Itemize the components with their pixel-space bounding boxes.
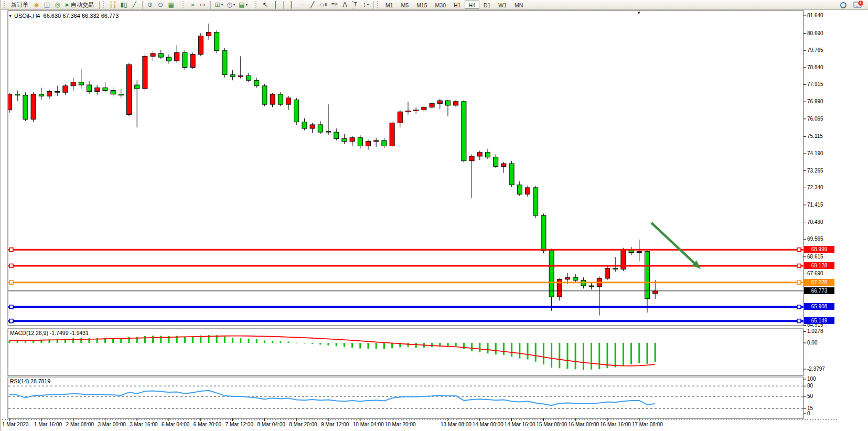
- macd-axis-label[interactable]: 1.0278: [807, 328, 823, 334]
- time-axis-label[interactable]: 17 Mar 08:00: [632, 422, 663, 427]
- price-axis-label[interactable]: 74.190: [807, 150, 823, 156]
- timeframe-button-m30[interactable]: M30: [432, 1, 449, 9]
- time-axis-label[interactable]: 2 Mar 08:00: [66, 422, 94, 427]
- text-label-icon[interactable]: T: [350, 1, 360, 9]
- channel-icon[interactable]: ▱E: [318, 1, 329, 9]
- hline-handle[interactable]: [797, 248, 801, 252]
- timeframe-button-m15[interactable]: M15: [413, 1, 431, 9]
- price-axis-label[interactable]: 71.415: [807, 202, 823, 208]
- chat-notification-icon[interactable]: 1: [853, 2, 862, 8]
- time-axis-label[interactable]: 6 Mar 04:00: [162, 422, 189, 427]
- price-axis-label[interactable]: 77.915: [807, 81, 823, 87]
- hline-handle[interactable]: [9, 281, 13, 284]
- zoom-out-icon[interactable]: ⊖: [156, 1, 166, 9]
- price-axis-label[interactable]: 68.615: [807, 254, 823, 260]
- auto-scroll-icon[interactable]: ↠: [187, 1, 197, 9]
- price-axis-label[interactable]: 75.115: [807, 133, 823, 139]
- time-axis-label[interactable]: 16 Mar 00:00: [568, 422, 599, 427]
- candle-body: [462, 102, 466, 161]
- new-order-button[interactable]: 新订单: [8, 1, 31, 9]
- hline-object-65.908[interactable]: [8, 305, 803, 309]
- cursor-icon[interactable]: ↖: [260, 1, 270, 9]
- rsi-axis-label[interactable]: 80: [807, 383, 813, 389]
- chart-shift-icon[interactable]: ↦: [198, 1, 208, 9]
- price-axis-label[interactable]: 76.065: [807, 116, 823, 122]
- hline-handle[interactable]: [797, 305, 801, 309]
- horizontal-line-icon[interactable]: ─: [297, 1, 307, 9]
- timeframe-button-h1[interactable]: H1: [450, 1, 464, 9]
- price-axis-label[interactable]: 73.265: [807, 168, 823, 174]
- hline-handle[interactable]: [797, 281, 801, 284]
- time-axis-label[interactable]: 13 Mar 08:00: [441, 422, 471, 427]
- price-axis-label[interactable]: 80.690: [807, 30, 823, 36]
- symbol-dropdown-icon[interactable]: ▼: [8, 14, 12, 18]
- hline-object-67.228[interactable]: [8, 281, 803, 284]
- templates-icon[interactable]: ▤▾: [237, 1, 249, 9]
- rsi-axis-label[interactable]: 50: [807, 393, 813, 399]
- time-axis-label[interactable]: 6 Mar 20:00: [194, 422, 221, 427]
- autotrade-button[interactable]: ▶自动交易: [63, 1, 97, 9]
- new-chart-icon[interactable]: ◆: [31, 1, 41, 9]
- hline-handle[interactable]: [9, 319, 13, 323]
- hline-handle[interactable]: [9, 248, 13, 252]
- timeframe-button-m5[interactable]: M5: [398, 1, 413, 9]
- time-axis-label[interactable]: 10 Mar 04:00: [353, 422, 384, 427]
- price-axis-label[interactable]: 67.690: [807, 271, 823, 276]
- rsi-axis-label[interactable]: 100: [807, 376, 816, 382]
- time-axis-label[interactable]: 10 Mar 20:00: [385, 422, 416, 427]
- price-axis-label[interactable]: 69.565: [807, 236, 823, 242]
- time-axis-label[interactable]: 7 Mar 12:00: [226, 422, 253, 427]
- trendline-icon[interactable]: ╱: [307, 1, 317, 9]
- time-axis-label[interactable]: 1 Mar 2023: [2, 422, 29, 427]
- chart-shift-marker-icon[interactable]: ▼: [637, 10, 641, 15]
- price-axis-label[interactable]: 72.340: [807, 185, 823, 190]
- time-axis-label[interactable]: 14 Mar 00:00: [473, 422, 503, 427]
- timeframe-button-mn[interactable]: MN: [511, 1, 527, 9]
- bar-chart-icon[interactable]: ┆┆: [108, 1, 118, 9]
- timeframe-button-d1[interactable]: D1: [480, 1, 494, 9]
- down-arrow-annotation[interactable]: [651, 223, 701, 269]
- fibonacci-icon[interactable]: ≡F: [329, 1, 339, 9]
- time-axis-label[interactable]: 16 Mar 16:00: [600, 422, 631, 427]
- time-axis-label[interactable]: 15 Mar 08:00: [536, 422, 567, 427]
- time-axis-label[interactable]: 8 Mar 20:00: [289, 422, 317, 427]
- time-axis-label[interactable]: 1 Mar 16:00: [34, 422, 62, 427]
- time-axis-label[interactable]: 9 Mar 12:00: [321, 422, 349, 427]
- hline-handle[interactable]: [9, 264, 13, 267]
- timeframe-button-m1[interactable]: M1: [382, 1, 397, 9]
- hline-object-68.999[interactable]: [8, 248, 803, 252]
- text-icon[interactable]: A: [340, 1, 350, 9]
- time-axis-label[interactable]: 3 Mar 00:00: [98, 422, 125, 427]
- zoom-in-icon[interactable]: ⊕: [145, 1, 155, 9]
- time-axis-label[interactable]: 14 Mar 16:00: [505, 422, 535, 427]
- price-axis-label[interactable]: 78.840: [807, 64, 823, 70]
- timeframe-button-h4[interactable]: H4: [465, 1, 479, 9]
- hline-handle[interactable]: [797, 264, 801, 267]
- price-axis-label[interactable]: 81.640: [807, 13, 823, 18]
- macd-axis-label[interactable]: -2.3797: [807, 366, 825, 372]
- crosshair-icon[interactable]: ┼: [271, 1, 281, 9]
- hline-object-68.128[interactable]: [8, 264, 803, 267]
- line-chart-icon[interactable]: ╱: [130, 1, 140, 9]
- hline-object-65.149[interactable]: [8, 319, 803, 323]
- rsi-axis-label[interactable]: 0: [807, 411, 810, 416]
- search-icon[interactable]: [840, 2, 846, 8]
- tile-windows-icon[interactable]: ▦: [166, 1, 176, 9]
- signals-icon[interactable]: ◎: [52, 1, 62, 9]
- price-axis-label[interactable]: 76.990: [807, 99, 823, 104]
- candlestick-chart-icon[interactable]: ▮▯: [119, 1, 128, 9]
- time-axis-label[interactable]: 8 Mar 04:00: [257, 422, 285, 427]
- timeframe-button-w1[interactable]: W1: [495, 1, 510, 9]
- hline-handle[interactable]: [9, 305, 13, 309]
- periods-icon[interactable]: ◷▾: [225, 1, 237, 9]
- hline-handle[interactable]: [797, 319, 801, 323]
- vertical-line-icon[interactable]: │: [286, 1, 296, 9]
- price-axis-label[interactable]: 70.490: [807, 219, 823, 225]
- price-axis-label[interactable]: 79.765: [807, 47, 823, 53]
- arrows-icon[interactable]: ↕▾: [361, 1, 371, 9]
- macd-axis-label[interactable]: 0.00: [807, 340, 817, 346]
- market-watch-icon[interactable]: ◫: [42, 1, 52, 9]
- indicators-icon[interactable]: ⊞▾: [213, 1, 225, 9]
- time-axis-label[interactable]: 3 Mar 16:00: [130, 422, 157, 427]
- chart-canvas[interactable]: [1, 0, 868, 431]
